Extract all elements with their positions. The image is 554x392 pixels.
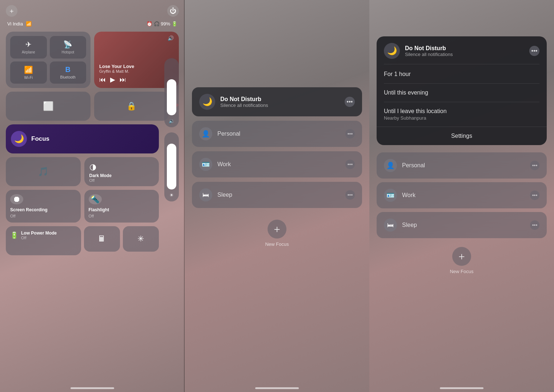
dnd-expanded-card: 🌙 Do Not Disturb Silence all notificatio…: [377, 36, 547, 145]
dnd-exp-more-button[interactable]: •••: [529, 46, 539, 56]
new-focus-button-p3[interactable]: ＋ New Focus: [450, 247, 473, 274]
dnd-exp-icon: 🌙: [384, 43, 400, 59]
work-more-button[interactable]: •••: [345, 160, 355, 169]
personal-option-p3[interactable]: 👤 Personal •••: [377, 152, 547, 179]
flashlight-tile[interactable]: 🔦 Flashlight Off: [84, 190, 159, 223]
wifi-button[interactable]: 📶 Wi-Fi: [10, 61, 47, 84]
dnd-exp-text: Do Not Disturb Silence all notifications: [405, 45, 524, 57]
wifi-label: Wi-Fi: [24, 76, 33, 80]
sleep-icon: 🛏: [199, 188, 212, 201]
new-focus-plus-icon: ＋: [268, 220, 286, 239]
calculator-tile[interactable]: 🖩: [84, 226, 120, 252]
low-power-tile[interactable]: 🔋 Low Power Mode Off: [6, 226, 81, 255]
dark-mode-label: Dark Mode: [89, 173, 154, 178]
volume-icon: 🔉: [169, 118, 174, 124]
focus-tile[interactable]: 🌙 Focus: [6, 124, 159, 153]
brightness-fill: [167, 144, 176, 189]
until-leave-label: Until I leave this location: [384, 108, 539, 115]
for-1-hour-option[interactable]: For 1 hour: [377, 64, 547, 83]
new-focus-plus-icon-p3: ＋: [452, 247, 471, 266]
focus-moon-icon: 🌙: [11, 131, 27, 147]
music-bluetooth-icon: 🔊: [168, 35, 174, 41]
screen-mirror-icon: ⬜: [43, 101, 54, 111]
sleep-more-button[interactable]: •••: [345, 190, 355, 200]
low-power-icon: 🔋: [10, 231, 18, 239]
personal-focus-option[interactable]: 👤 Personal •••: [192, 121, 362, 147]
control-center-panel: ＋ ⏻ Vi India 📶 ⏰ 🎧 99% 🔋 ✈ Airplane 📡: [0, 0, 185, 392]
music-title: Lose Your Love: [99, 64, 174, 69]
play-button[interactable]: ▶: [110, 76, 115, 84]
flashlight-sub: Off: [89, 214, 155, 218]
personal-more-p3[interactable]: •••: [530, 161, 539, 170]
work-label: Work: [217, 161, 340, 168]
music-controls: ⏮ ▶ ⏭: [99, 76, 174, 84]
sleep-focus-option[interactable]: 🛏 Sleep •••: [192, 182, 362, 208]
music-artist: Gryffin & Matt M.: [99, 69, 174, 73]
until-evening-option[interactable]: Until this evening: [377, 84, 547, 102]
hotspot-button[interactable]: 📡 Hotspot: [50, 36, 87, 59]
screen-rec-label: Screen Recording: [10, 207, 76, 212]
personal-label-p3: Personal: [402, 162, 525, 169]
sliders-area: 🔉 ☀: [164, 58, 179, 201]
bluetooth-label: Bluetooth: [60, 75, 76, 79]
dnd-exp-header: 🌙 Do Not Disturb Silence all notificatio…: [377, 36, 547, 64]
work-option-p3[interactable]: 🪪 Work •••: [377, 182, 547, 208]
work-focus-option[interactable]: 🪪 Work •••: [192, 151, 362, 177]
dark-mode-tile[interactable]: ◑ Dark Mode Off: [84, 157, 159, 186]
rotation-lock-tile[interactable]: 🔒: [94, 92, 169, 121]
airplane-mode-button[interactable]: ✈ Airplane: [10, 36, 47, 59]
dnd-more-button[interactable]: •••: [345, 97, 355, 107]
until-leave-option[interactable]: Until I leave this location Nearby Subha…: [377, 102, 547, 127]
screen-mirror-tile[interactable]: ⬜: [6, 92, 91, 121]
dark-mode-icon: ◑: [89, 162, 154, 172]
screen-recording-tile[interactable]: ⏺ Screen Recording Off: [6, 190, 81, 223]
new-focus-button[interactable]: ＋ New Focus: [265, 220, 289, 247]
rotation-lock-icon: 🔒: [127, 101, 136, 111]
work-label-p3: Work: [402, 192, 525, 199]
personal-icon: 👤: [199, 127, 212, 140]
bluetooth-icon: B: [65, 65, 71, 74]
new-focus-label: New Focus: [265, 241, 289, 247]
volume-slider[interactable]: 🔉: [164, 58, 179, 127]
brightness-slider[interactable]: ☀: [164, 132, 179, 201]
low-power-sub: Off: [21, 236, 57, 240]
accessibility-tile[interactable]: ✳: [123, 226, 159, 252]
hotspot-icon: 📡: [63, 40, 72, 49]
home-indicator: [71, 387, 114, 389]
prev-button[interactable]: ⏮: [99, 76, 106, 84]
wifi-status-icon: 📶: [26, 21, 32, 27]
dnd-text: Do Not Disturb Silence all notifications: [220, 96, 340, 108]
wifi-icon: 📶: [24, 65, 33, 74]
location-sub: Nearby Subhanpura: [384, 115, 539, 121]
dnd-exp-subtitle: Silence all notifications: [405, 52, 524, 57]
screen-rec-icon: ⏺: [10, 194, 23, 204]
hotspot-label: Hotspot: [62, 50, 74, 54]
focus-menu-panel: 🌙 Do Not Disturb Silence all notificatio…: [185, 0, 369, 392]
personal-more-button[interactable]: •••: [345, 129, 355, 139]
dnd-expanded-content: 🌙 Do Not Disturb Silence all notificatio…: [369, 36, 554, 274]
sleep-option-p3[interactable]: 🛏 Sleep •••: [377, 212, 547, 238]
flashlight-label: Flashlight: [89, 207, 155, 212]
bluetooth-button[interactable]: B Bluetooth: [50, 61, 87, 84]
focus-label: Focus: [31, 135, 49, 143]
status-bar: Vi India 📶 ⏰ 🎧 99% 🔋: [6, 21, 179, 27]
sleep-more-p3[interactable]: •••: [530, 220, 539, 230]
dnd-exp-title: Do Not Disturb: [405, 45, 524, 52]
shazam-icon: 🎵: [38, 167, 49, 177]
dnd-card[interactable]: 🌙 Do Not Disturb Silence all notificatio…: [192, 87, 362, 116]
add-button[interactable]: ＋: [6, 5, 17, 17]
status-icons: ⏰ 🎧 99% 🔋: [146, 21, 177, 27]
carrier-label: Vi India: [7, 21, 23, 27]
sleep-icon-p3: 🛏: [384, 219, 397, 232]
work-icon-p3: 🪪: [384, 189, 397, 202]
brightness-icon: ☀: [169, 192, 174, 198]
power-button[interactable]: ⏻: [167, 5, 179, 17]
shazam-tile[interactable]: 🎵: [6, 157, 81, 186]
work-more-p3[interactable]: •••: [530, 191, 539, 200]
settings-option[interactable]: Settings: [377, 127, 547, 145]
dark-mode-sub: Off: [89, 178, 154, 183]
next-button[interactable]: ⏭: [120, 76, 126, 84]
dnd-icon: 🌙: [199, 94, 215, 110]
home-indicator-p3: [440, 387, 483, 389]
dnd-title: Do Not Disturb: [220, 96, 340, 103]
